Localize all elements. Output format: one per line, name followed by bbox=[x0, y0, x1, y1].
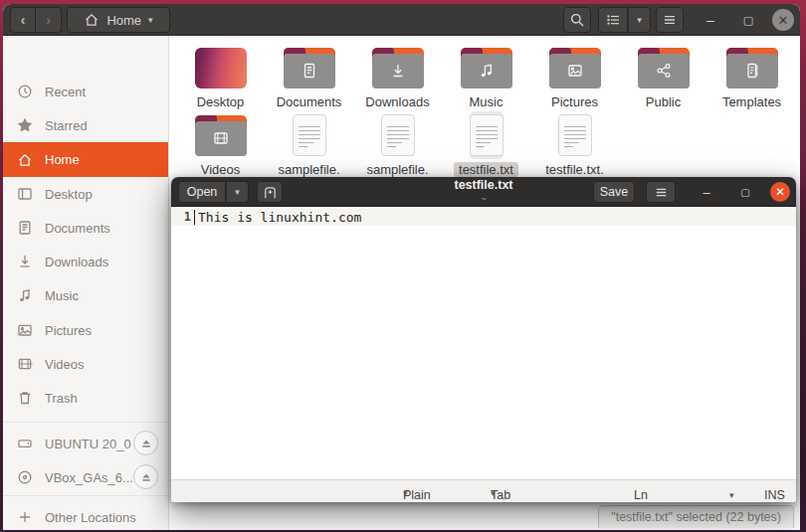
breadcrumb[interactable]: Home ▾ bbox=[67, 7, 170, 33]
editor-minimize-button[interactable]: – bbox=[696, 177, 717, 207]
folder-item-music[interactable]: Music bbox=[442, 44, 530, 109]
save-label: Save bbox=[600, 185, 629, 199]
files-maximize-button[interactable]: ▢ bbox=[734, 4, 762, 36]
language-caret-icon: ▾ bbox=[403, 488, 408, 498]
file-label: Music bbox=[465, 94, 508, 109]
share-glyph-icon bbox=[655, 62, 673, 80]
sidebar-item-videos[interactable]: Videos bbox=[3, 347, 168, 381]
open-dropdown-button[interactable]: ▾ bbox=[226, 181, 249, 203]
folder-icon bbox=[195, 115, 247, 156]
sidebar-item-pictures[interactable]: Pictures bbox=[3, 313, 168, 347]
sidebar-item-downloads[interactable]: Downloads bbox=[3, 245, 168, 278]
picture-icon bbox=[17, 322, 33, 338]
open-button[interactable]: Open bbox=[178, 181, 226, 203]
file-item-testfile-selected[interactable]: testfile.txt bbox=[442, 111, 530, 177]
open-caret-icon: ▾ bbox=[235, 187, 240, 197]
selection-status-text: "testfile.txt" selected (22 bytes) bbox=[611, 510, 781, 524]
back-icon: ‹ bbox=[21, 12, 26, 28]
close-icon: ✕ bbox=[778, 13, 789, 28]
files-minimize-button[interactable]: – bbox=[697, 4, 724, 36]
breadcrumb-caret-icon: ▾ bbox=[148, 15, 153, 25]
folder-icon bbox=[284, 48, 335, 89]
folder-item-public[interactable]: Public bbox=[619, 44, 707, 109]
editor-close-button[interactable]: ✕ bbox=[770, 182, 790, 202]
forward-button[interactable]: › bbox=[36, 7, 62, 33]
folder-item-documents[interactable]: Documents bbox=[265, 44, 353, 109]
home-icon bbox=[84, 12, 100, 28]
sidebar-label: Recent bbox=[45, 85, 86, 99]
open-label: Open bbox=[187, 185, 218, 199]
textfile-icon bbox=[293, 114, 326, 156]
download-glyph-icon bbox=[389, 62, 407, 80]
view-options-group: ▾ bbox=[598, 7, 651, 33]
editor-statusbar: Plain Text ▾ Tab Width: 8 ▾ Ln 1, Col 1 … bbox=[171, 479, 796, 502]
file-label: Videos bbox=[196, 162, 246, 177]
open-button-group: Open ▾ bbox=[178, 181, 249, 203]
folder-item-videos[interactable]: Videos bbox=[176, 111, 265, 177]
picture-glyph-icon bbox=[566, 62, 584, 80]
text-cursor bbox=[194, 210, 195, 225]
folder-icon bbox=[461, 48, 512, 89]
files-close-button[interactable]: ✕ bbox=[772, 9, 794, 31]
forward-icon: › bbox=[46, 12, 51, 28]
sidebar-item-home[interactable]: Home bbox=[3, 142, 168, 177]
new-tab-button[interactable] bbox=[257, 181, 283, 203]
file-item-samplefile-1[interactable]: samplefile. bbox=[265, 111, 353, 177]
list-view-icon bbox=[605, 12, 621, 28]
sidebar-label: Starred bbox=[45, 118, 88, 133]
clock-icon bbox=[17, 84, 33, 99]
eject-icon bbox=[139, 470, 153, 484]
search-button[interactable] bbox=[563, 7, 591, 33]
text-editor-window: Open ▾ testfile.txt ~ Save – ▢ ✕ 1 This … bbox=[171, 177, 796, 502]
selection-status-bubble: "testfile.txt" selected (22 bytes) bbox=[598, 505, 794, 528]
grid-row-2: Videos samplefile. samplefile. testfile.… bbox=[176, 111, 619, 177]
maximize-icon: ▢ bbox=[740, 187, 749, 198]
folder-icon bbox=[549, 48, 601, 89]
places-sidebar: Recent Starred Home Desktop Documents Do… bbox=[3, 36, 169, 530]
navigation-buttons: ‹ › bbox=[10, 7, 62, 33]
folder-item-downloads[interactable]: Downloads bbox=[353, 44, 442, 109]
desktop-icon bbox=[17, 186, 33, 202]
sidebar-item-documents[interactable]: Documents bbox=[3, 211, 168, 245]
download-icon bbox=[17, 254, 33, 269]
sidebar-label: Pictures bbox=[45, 323, 92, 338]
sidebar-item-drive-ubuntu[interactable]: UBUNTU 20_0 bbox=[3, 427, 168, 460]
desktop-folder-icon bbox=[195, 44, 247, 91]
sidebar-item-starred[interactable]: Starred bbox=[3, 108, 168, 142]
sidebar-label: Desktop bbox=[45, 187, 93, 202]
sidebar-item-disc-vbox[interactable]: VBox_GAs_6.... bbox=[3, 460, 168, 494]
editor-maximize-button[interactable]: ▢ bbox=[734, 177, 756, 207]
textfile-icon bbox=[381, 114, 415, 156]
cursor-position-label: Ln 1, Col 1 bbox=[634, 488, 653, 502]
files-menu-button[interactable] bbox=[656, 7, 684, 33]
breadcrumb-label: Home bbox=[106, 13, 141, 28]
file-item-testfile-2[interactable]: testfile.txt. bbox=[530, 111, 619, 177]
save-button[interactable]: Save bbox=[593, 181, 635, 203]
folder-item-templates[interactable]: Templates bbox=[707, 44, 796, 109]
star-icon bbox=[17, 117, 33, 133]
sidebar-label: Downloads bbox=[45, 255, 108, 269]
minimize-icon: – bbox=[706, 12, 714, 28]
editor-menu-button[interactable] bbox=[646, 181, 676, 203]
back-button[interactable]: ‹ bbox=[10, 7, 36, 33]
editor-text-area[interactable]: 1 This is linuxhint.com bbox=[171, 207, 796, 479]
folder-icon bbox=[726, 48, 778, 89]
folder-item-pictures[interactable]: Pictures bbox=[530, 44, 619, 109]
film-icon bbox=[17, 356, 33, 372]
sidebar-item-other-locations[interactable]: Other Locations bbox=[3, 500, 168, 530]
film-glyph-icon bbox=[212, 129, 230, 147]
view-dropdown-button[interactable]: ▾ bbox=[628, 7, 651, 33]
sidebar-item-recent[interactable]: Recent bbox=[3, 75, 168, 108]
file-label: testfile.txt bbox=[454, 162, 518, 177]
folder-item-desktop[interactable]: Desktop bbox=[176, 44, 265, 109]
eject-button[interactable] bbox=[133, 431, 158, 455]
file-item-samplefile-2[interactable]: samplefile. bbox=[353, 111, 442, 177]
sidebar-item-music[interactable]: Music bbox=[3, 278, 168, 312]
textfile-icon bbox=[558, 114, 592, 156]
sidebar-item-trash[interactable]: Trash bbox=[3, 381, 168, 415]
home-icon bbox=[17, 152, 33, 168]
eject-button[interactable] bbox=[133, 464, 158, 489]
list-view-button[interactable] bbox=[598, 7, 628, 33]
maximize-icon: ▢ bbox=[743, 14, 753, 27]
sidebar-item-desktop[interactable]: Desktop bbox=[3, 177, 168, 211]
